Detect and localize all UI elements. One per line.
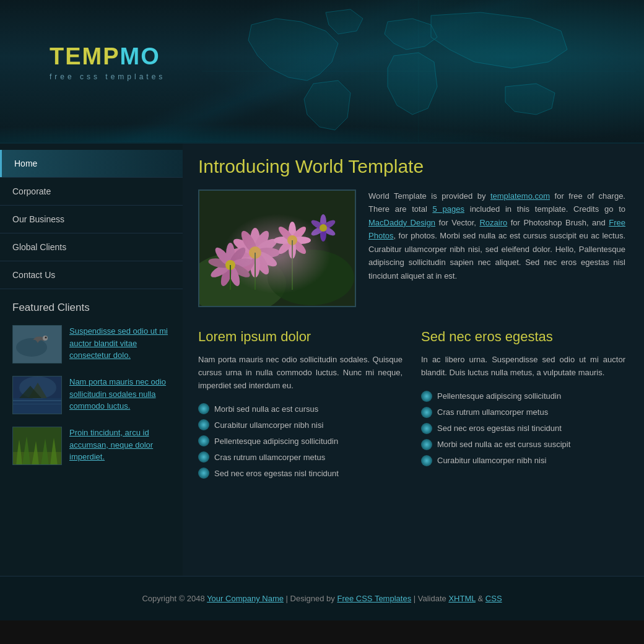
nav-link-corporate[interactable]: Corporate (0, 178, 183, 205)
svg-point-20 (253, 236, 279, 257)
nav-link-home[interactable]: Home (0, 150, 183, 177)
svg-point-29 (238, 228, 259, 255)
header-sweep (0, 99, 644, 142)
svg-point-32 (290, 225, 308, 243)
col1-para: Nam porta mauris nec odio sollicitudin s… (198, 354, 402, 392)
bullet-icon (421, 391, 432, 402)
content-area: Introducing World Template (183, 144, 644, 576)
two-columns: Lorem ipsum dolor Nam porta mauris nec o… (198, 329, 625, 481)
column-right: Sed nec eros egestas In ac libero urna. … (421, 329, 625, 481)
logo-temp: TEMP (50, 43, 120, 69)
client-thumb-1 (12, 325, 62, 363)
client-link-3[interactable]: Proin tincidunt, arcu id accumsan, neque… (69, 427, 173, 463)
svg-point-23 (251, 250, 272, 277)
svg-point-34 (290, 238, 308, 256)
svg-point-30 (249, 246, 261, 259)
logo-mo: MO (120, 43, 160, 69)
svg-point-25 (238, 250, 259, 277)
bullet-icon (198, 403, 209, 414)
client-image-grass (13, 427, 62, 465)
nav-item-clients[interactable]: Global Clients (0, 233, 183, 261)
client-item-2: Nam porta mauris nec odio sollicitudin s… (12, 376, 173, 414)
col1-bullet-list: Morbi sed nulla ac est cursus Curabitur … (198, 401, 402, 481)
footer-css-link[interactable]: Free CSS Templates (337, 594, 411, 603)
list-item: Morbi sed nulla ac est cursus (198, 401, 402, 417)
intro-text: World Template is provided by templatemo… (368, 189, 625, 307)
client-item-1: Suspendisse sed odio ut mi auctor blandi… (12, 325, 173, 363)
svg-point-42 (230, 257, 253, 269)
col2-bullet-list: Pellentesque adipiscing sollicitudin Cra… (421, 388, 625, 469)
svg-point-5 (45, 337, 47, 339)
main-layout: Home Corporate Our Business Global Clien… (0, 142, 644, 576)
main-nav: Home Corporate Our Business Global Clien… (0, 150, 183, 289)
nav-item-contact[interactable]: Contact Us (0, 261, 183, 289)
client-thumb-2 (12, 376, 62, 414)
bullet-icon (198, 435, 209, 446)
footer-text3: & (476, 594, 485, 603)
flower-image (199, 191, 355, 306)
footer: Copyright © 2048 Your Company Name | Des… (0, 576, 644, 620)
svg-point-36 (277, 238, 295, 256)
svg-point-18 (250, 228, 260, 253)
bullet-icon (198, 419, 209, 430)
templatemo-link[interactable]: templatemo.com (490, 191, 550, 201)
svg-point-35 (289, 240, 296, 259)
footer-text1: | Designed by (284, 594, 337, 603)
svg-point-37 (274, 237, 292, 244)
footer-text2: | Validate (411, 594, 448, 603)
client-image-bird (13, 326, 62, 363)
footer-copyright: Copyright © 2048 (142, 594, 207, 603)
intro-image (198, 189, 356, 307)
svg-point-27 (230, 248, 255, 258)
svg-rect-12 (13, 404, 62, 404)
svg-point-49 (225, 260, 235, 270)
list-item: Pellentesque adipiscing sollicitudin (198, 433, 402, 449)
client-thumb-3 (12, 427, 62, 465)
svg-point-17 (268, 250, 354, 305)
svg-point-24 (250, 253, 260, 277)
footer-xhtml-link[interactable]: XHTML (448, 594, 476, 603)
bullet-icon (421, 407, 432, 418)
featured-clients-title: Featured Clients (12, 302, 173, 314)
bullet-icon (421, 455, 432, 466)
nav-link-clients[interactable]: Global Clients (0, 233, 183, 261)
5pages-link[interactable]: 5 pages (433, 204, 464, 214)
nav-item-corporate[interactable]: Corporate (0, 178, 183, 206)
svg-point-41 (227, 245, 248, 268)
svg-point-39 (287, 235, 297, 245)
logo-area: TEMPMO free css templates (50, 43, 165, 81)
svg-rect-11 (13, 400, 62, 401)
page-title: Introducing World Template (198, 156, 625, 177)
logo-text: TEMPMO (50, 43, 165, 70)
list-item: Pellentesque adipiscing sollicitudin (421, 388, 625, 404)
client-image-lake (13, 376, 62, 414)
footer-company-link[interactable]: Your Company Name (207, 594, 284, 603)
svg-point-21 (255, 248, 280, 258)
list-item: Sed nec eros egestas nisl tincidunt (198, 465, 402, 481)
client-link-1[interactable]: Suspendisse sed odio ut mi auctor blandi… (69, 325, 173, 362)
col2-title: Sed nec eros egestas (421, 329, 625, 345)
nav-link-business[interactable]: Our Business (0, 206, 183, 233)
logo-sub: free css templates (50, 72, 165, 81)
svg-point-33 (292, 237, 311, 244)
macddaddy-link[interactable]: MacDaddy Design (368, 218, 435, 227)
nav-link-contact[interactable]: Contact Us (0, 261, 183, 289)
svg-point-19 (251, 228, 272, 255)
list-item: Curabitur ullamcorper nibh nisi (198, 417, 402, 433)
list-item: Curabitur ullamcorper nibh nisi (421, 453, 625, 469)
svg-point-40 (226, 243, 235, 265)
nav-item-home[interactable]: Home (0, 150, 183, 178)
bullet-icon (421, 439, 432, 450)
featured-clients-section: Featured Clients (0, 289, 183, 484)
bullet-icon (198, 451, 209, 463)
svg-point-59 (320, 224, 327, 232)
svg-point-28 (231, 236, 258, 257)
svg-point-26 (231, 248, 258, 269)
svg-point-31 (289, 222, 296, 240)
list-item: Cras rutrum ullamcorper metus (421, 404, 625, 420)
client-link-2[interactable]: Nam porta mauris nec odio sollicitudin s… (69, 376, 173, 412)
intro-block: World Template is provided by templatemo… (198, 189, 625, 307)
nav-item-business[interactable]: Our Business (0, 206, 183, 233)
footer-css-validate-link[interactable]: CSS (485, 594, 502, 603)
rozairo-link[interactable]: Rozairo (479, 218, 507, 227)
